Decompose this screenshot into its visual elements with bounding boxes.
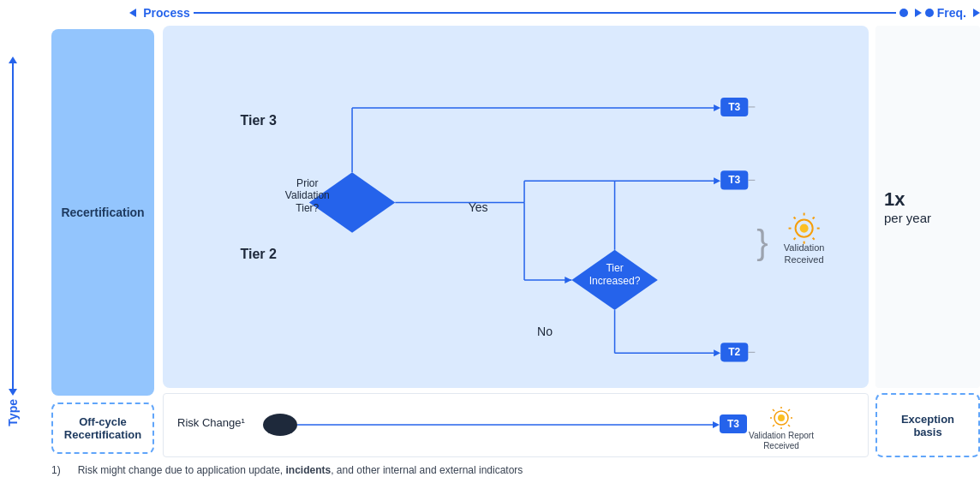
risk-arrow	[713, 421, 720, 428]
recert-svg: Tier 3 Tier 2 Prior Validation Tier?	[163, 26, 869, 388]
footnote-bold: incidents	[286, 464, 332, 476]
recert-diagram: Tier 3 Tier 2 Prior Validation Tier?	[163, 26, 869, 388]
header-row: Process Freq.	[0, 0, 980, 26]
recertification-label: Recertification	[61, 206, 144, 219]
type-arrow-up	[9, 57, 17, 63]
freq-main: 1x per year	[875, 26, 980, 388]
freq-label: Freq.	[937, 6, 966, 20]
freq-column: 1x per year Exceptionbasis	[869, 26, 980, 457]
svg-line-6	[773, 425, 774, 426]
type-line	[12, 63, 14, 389]
freq-value: 1x	[884, 188, 905, 211]
validation-inner	[800, 224, 809, 233]
freq-arrow	[973, 9, 980, 17]
off-cycle-box: Off-cycleRecertification	[51, 402, 154, 454]
exception-label: Exceptionbasis	[901, 413, 954, 438]
tier-inc-line1: Tier	[606, 262, 623, 274]
t3-text-top: T3	[728, 101, 740, 113]
svg-line-4	[773, 409, 774, 411]
ray8	[813, 238, 815, 240]
recertification-box: Recertification	[51, 29, 154, 396]
footnote: 1) Risk might change due to application …	[0, 457, 980, 483]
svg-line-5	[788, 409, 790, 411]
offcycle-svg: Risk Change¹ T3	[164, 394, 868, 458]
validation-received-line1: Validation	[784, 242, 825, 253]
prior-val-line2: Validation	[285, 189, 330, 201]
offcycle-diagram: Risk Change¹ T3	[163, 393, 869, 457]
process-header: Process	[129, 6, 921, 20]
prior-validation-diamond	[309, 172, 395, 232]
footnote-text-before: Risk might change due to application upd…	[78, 464, 286, 476]
type-label: Type	[6, 399, 20, 426]
tier2-text: Tier 2	[240, 246, 277, 261]
ray5	[794, 218, 796, 219]
offcycle-val-inner	[778, 414, 785, 421]
footnote-text-after: , and other internal and external indica…	[331, 464, 523, 476]
process-label: Process	[143, 6, 189, 20]
footnote-number: 1)	[51, 464, 61, 476]
offcycle-t3-text: T3	[727, 418, 739, 430]
curly-bracket: }	[756, 224, 768, 262]
svg-line-7	[788, 425, 790, 426]
risk-change-text: Risk Change¹	[177, 416, 245, 429]
process-arrow-right	[915, 9, 922, 17]
process-dot-right	[899, 9, 908, 17]
exception-box: Exceptionbasis	[875, 393, 980, 457]
freq-dot	[925, 9, 934, 17]
tier3-arrow-right	[714, 104, 720, 111]
t2-text: T2	[728, 346, 740, 358]
no-label: No	[537, 325, 553, 338]
risk-oval	[263, 414, 297, 436]
t3-text-mid: T3	[728, 174, 740, 186]
off-cycle-label: Off-cycleRecertification	[64, 415, 141, 441]
type-arrow-down	[9, 389, 17, 396]
process-arrow-left	[129, 9, 136, 17]
ray6	[813, 218, 815, 219]
diagram-area: Tier 3 Tier 2 Prior Validation Tier?	[163, 26, 869, 457]
val-report-line2: Received	[763, 441, 799, 450]
prior-val-line3: Tier?	[296, 202, 319, 214]
val-report-line1: Validation Report	[749, 431, 814, 440]
no-arrow	[714, 349, 720, 356]
validation-received-line2: Received	[785, 254, 824, 265]
tier3-text: Tier 3	[240, 112, 277, 128]
to-diamond-arrow	[565, 277, 571, 283]
type-column: Type	[0, 26, 26, 457]
tier-inc-line2: Increased?	[589, 275, 641, 287]
prior-val-line1: Prior	[296, 177, 318, 189]
content-area: Type Recertification Off-cycleRecertific…	[0, 26, 980, 457]
yes-t3-arrow	[714, 177, 720, 184]
freq-header: Freq.	[925, 6, 980, 20]
freq-per-year: per year	[884, 211, 931, 225]
ray7	[794, 238, 796, 240]
main-container: Process Freq. Type Recertific	[0, 0, 980, 483]
left-boxes: Recertification Off-cycleRecertification	[51, 26, 158, 457]
